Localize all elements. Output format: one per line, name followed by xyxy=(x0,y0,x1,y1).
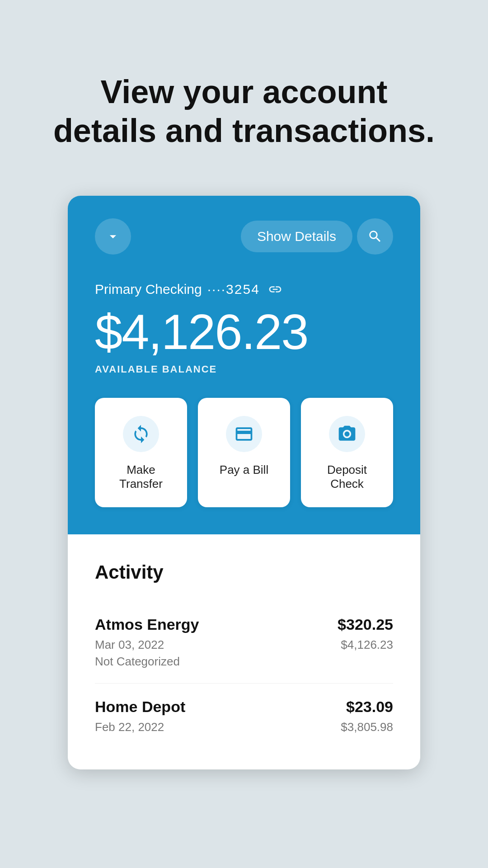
transaction-left: Atmos Energy Mar 03, 2022 Not Categorize… xyxy=(95,616,199,669)
activity-title: Activity xyxy=(95,561,393,583)
transfer-icon xyxy=(131,424,151,444)
page-header: View your account details and transactio… xyxy=(0,0,488,196)
camera-icon-container xyxy=(329,416,365,452)
pay-bill-label: Pay a Bill xyxy=(220,463,268,477)
camera-icon xyxy=(337,424,357,444)
search-icon xyxy=(367,229,383,244)
transaction-right: $320.25 $4,126.23 xyxy=(338,616,393,652)
table-row[interactable]: Atmos Energy Mar 03, 2022 Not Categorize… xyxy=(95,601,393,684)
make-transfer-label: Make Transfer xyxy=(104,463,178,491)
deposit-check-button[interactable]: Deposit Check xyxy=(301,398,393,507)
bill-icon xyxy=(234,424,254,444)
chevron-down-icon xyxy=(105,229,121,244)
bill-icon-container xyxy=(226,416,262,452)
link-icon xyxy=(268,282,282,297)
table-row[interactable]: Home Depot Feb 22, 2022 $23.09 $3,805.98 xyxy=(95,684,393,751)
account-name: Primary Checking ····3254 xyxy=(95,282,393,297)
activity-section: Activity Atmos Energy Mar 03, 2022 Not C… xyxy=(68,534,420,769)
transaction-amount: $320.25 xyxy=(338,616,393,633)
page-title: View your account details and transactio… xyxy=(45,72,443,151)
transaction-date: Feb 22, 2022 xyxy=(95,720,185,734)
transaction-left: Home Depot Feb 22, 2022 xyxy=(95,698,185,737)
deposit-check-label: Deposit Check xyxy=(310,463,384,491)
show-details-button[interactable]: Show Details xyxy=(241,221,352,252)
transaction-category: Not Categorized xyxy=(95,655,199,669)
account-card: Show Details Primary Checking ····3254 $… xyxy=(68,196,420,769)
transaction-right: $23.09 $3,805.98 xyxy=(341,698,393,734)
transfer-icon-container xyxy=(123,416,159,452)
make-transfer-button[interactable]: Make Transfer xyxy=(95,398,187,507)
card-top-actions: Show Details xyxy=(95,218,393,255)
show-details-group: Show Details xyxy=(241,218,393,255)
transaction-date: Mar 03, 2022 xyxy=(95,638,199,652)
transaction-name: Home Depot xyxy=(95,698,185,716)
account-card-top: Show Details Primary Checking ····3254 $… xyxy=(68,196,420,534)
search-button[interactable] xyxy=(357,218,393,255)
transaction-name: Atmos Energy xyxy=(95,616,199,633)
pay-bill-button[interactable]: Pay a Bill xyxy=(198,398,290,507)
balance-amount: $4,126.23 xyxy=(95,304,393,359)
balance-label: AVAILABLE BALANCE xyxy=(95,363,393,375)
transaction-running-balance: $4,126.23 xyxy=(338,638,393,652)
chevron-down-button[interactable] xyxy=(95,218,131,255)
quick-actions-row: Make Transfer Pay a Bill Deposit Check xyxy=(95,398,393,507)
transaction-running-balance: $3,805.98 xyxy=(341,720,393,734)
transaction-amount: $23.09 xyxy=(341,698,393,716)
